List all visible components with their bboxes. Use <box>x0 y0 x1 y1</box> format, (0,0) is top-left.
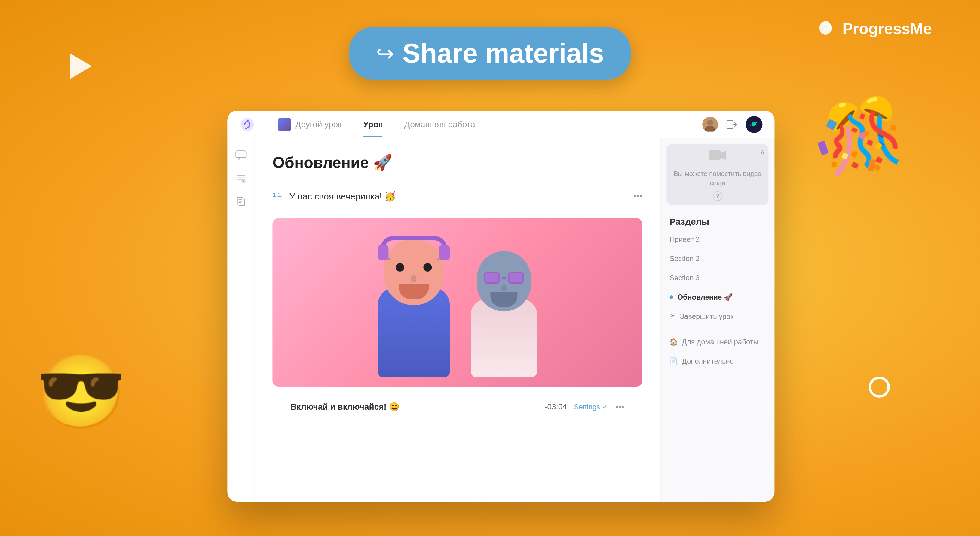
character-1 <box>372 251 456 378</box>
section-item-privet2[interactable]: Привет 2 <box>660 230 775 249</box>
media-more-button[interactable]: ••• <box>616 402 624 412</box>
media-settings-button[interactable]: Settings ✓ <box>574 403 608 411</box>
nav-tab-lesson[interactable]: Урок <box>352 113 393 137</box>
video-help-button[interactable]: ? <box>713 191 722 201</box>
video-placeholder-text: Вы можете поместить видео сюда <box>667 169 768 188</box>
nav-tab-lesson-label: Урок <box>363 120 383 129</box>
nav-avatar[interactable] <box>702 117 718 132</box>
char2-glasses <box>484 272 524 284</box>
right-sidebar: ∧ Вы можете поместить видео сюда ? Разде… <box>660 138 775 502</box>
play-triangle <box>70 54 92 79</box>
section-item-section2[interactable]: Section 2 <box>660 249 775 268</box>
char1-nose <box>411 275 416 282</box>
section-section2-label: Section 2 <box>670 254 700 263</box>
char2-beard <box>490 292 517 307</box>
svg-point-2 <box>707 120 713 126</box>
section-item-update[interactable]: Обновление 🚀 <box>660 287 775 307</box>
nav-tab-homework-label: Домашняя работа <box>404 120 475 129</box>
lesson-image <box>272 218 642 386</box>
section-finish-label: Завершить урок <box>680 312 733 321</box>
section-item-extra[interactable]: 📄 Дополнительно <box>660 352 775 371</box>
section-item-finish[interactable]: 🏳 Завершить урок <box>660 307 775 326</box>
center-content: Обновление 🚀 1.1 У нас своя вечеринка! 🥳… <box>254 138 660 502</box>
homework-home-icon: 🏠 <box>670 338 678 346</box>
glasses-right <box>508 272 524 284</box>
section-divider <box>670 329 765 329</box>
char1-eye-right <box>423 263 432 271</box>
section-item-homework[interactable]: 🏠 Для домашней работы <box>660 332 775 352</box>
char2-nose <box>501 284 506 291</box>
play-icon-area[interactable] <box>66 51 96 81</box>
svg-rect-3 <box>727 120 733 129</box>
sidebar-chat-icon[interactable] <box>233 147 248 163</box>
circle-decoration <box>869 376 890 398</box>
svg-point-0 <box>240 118 254 131</box>
char2-head <box>477 251 531 311</box>
share-button-label: Share materials <box>402 38 604 69</box>
nav-bar: Другой урок Урок Домашняя работа <box>227 111 775 138</box>
video-collapse-button[interactable]: ∧ <box>760 148 765 155</box>
main-content: Обновление 🚀 1.1 У нас своя вечеринка! 🥳… <box>227 138 775 502</box>
video-placeholder: ∧ Вы можете поместить видео сюда ? <box>667 144 768 204</box>
extra-doc-icon: 📄 <box>670 357 678 365</box>
cool-emoji: 😎 <box>36 356 126 428</box>
section-section3-label: Section 3 <box>670 274 700 282</box>
character-container <box>272 218 642 386</box>
svg-rect-8 <box>709 150 721 160</box>
nav-tabs: Другой урок Урок Домашняя работа <box>267 111 702 138</box>
nav-tab-other-lesson[interactable]: Другой урок <box>267 111 352 138</box>
char1-beard <box>399 284 429 299</box>
media-time: -03:04 <box>545 402 567 412</box>
lesson-item: 1.1 У нас своя вечеринка! 🥳 ••• <box>272 184 642 209</box>
nav-tab-homework[interactable]: Домашняя работа <box>393 113 486 137</box>
svg-rect-5 <box>236 151 246 157</box>
nav-brain-icon <box>239 117 255 132</box>
logo-text: ProgressMe <box>842 19 932 38</box>
share-materials-button[interactable]: ↪ Share materials <box>349 27 631 80</box>
item-text: У нас своя вечеринка! 🥳 <box>289 191 627 201</box>
nav-exit-icon[interactable] <box>725 118 738 131</box>
media-title: Включай и включайся! 😄 <box>290 402 537 412</box>
section-active-dot <box>670 295 673 299</box>
nav-right <box>702 116 762 133</box>
section-update-label: Обновление 🚀 <box>677 293 733 302</box>
app-window: Другой урок Урок Домашняя работа <box>227 111 775 502</box>
progressme-icon <box>816 18 837 39</box>
flag-icon: 🏳 <box>670 313 676 320</box>
item-number: 1.1 <box>272 191 283 199</box>
extra-label: Дополнительно <box>682 357 734 365</box>
glasses-left <box>484 272 500 284</box>
left-sidebar <box>227 138 254 502</box>
share-arrow-icon: ↪ <box>376 41 394 66</box>
sections-title: Разделы <box>660 211 775 230</box>
sidebar-text-icon[interactable] <box>233 171 248 186</box>
char1-headphone-right <box>439 245 450 260</box>
section-item-section3[interactable]: Section 3 <box>660 268 775 287</box>
item-more-button[interactable]: ••• <box>633 191 642 201</box>
nav-hummingbird-icon[interactable] <box>746 116 762 133</box>
nav-tab-other-lesson-label: Другой урок <box>295 120 342 129</box>
sidebar-doc-icon[interactable] <box>233 194 248 209</box>
lesson-title: Обновление 🚀 <box>272 153 642 172</box>
char1-eye-left <box>396 263 404 271</box>
confetti-pink <box>859 132 866 139</box>
homework-label: Для домашней работы <box>682 338 759 346</box>
glasses-bridge <box>502 277 506 279</box>
char1-headphone-left <box>377 245 388 260</box>
logo-area: ProgressMe <box>816 18 932 39</box>
nav-tab-img <box>278 118 291 131</box>
character-2 <box>465 263 543 378</box>
char1-headphones <box>380 236 447 260</box>
section-privet2-label: Привет 2 <box>670 235 700 244</box>
video-camera-icon <box>708 148 727 166</box>
media-bar: Включай и включайся! 😄 -03:04 Settings ✓… <box>272 396 642 418</box>
